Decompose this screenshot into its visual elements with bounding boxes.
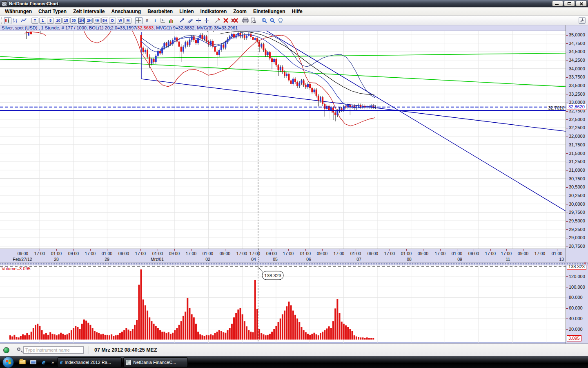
candle-body — [176, 38, 178, 42]
pane-splitter[interactable] — [0, 262, 588, 265]
interval-button-1[interactable]: 1 — [39, 18, 46, 24]
volume-bar — [218, 330, 220, 339]
candle-body — [358, 105, 359, 106]
instrument-search-input[interactable] — [23, 346, 84, 354]
time-tick — [242, 249, 242, 251]
volume-bar — [161, 332, 163, 339]
bar-count-button[interactable]: 1.. — [160, 17, 167, 24]
volume-bar — [115, 335, 117, 339]
volume-bar — [13, 335, 15, 340]
interval-button-2h[interactable]: 2H — [86, 18, 93, 24]
delete-line-button[interactable] — [223, 17, 230, 24]
volume-bar — [343, 324, 345, 340]
zoom-in-button[interactable] — [261, 17, 268, 24]
legend-segment-1: 32,5683 — [137, 25, 154, 30]
candlestick-chart-button[interactable] — [4, 17, 11, 24]
interval-button-5[interactable]: 5 — [47, 18, 54, 24]
candle-body — [294, 79, 296, 82]
pin-panel-button[interactable] — [579, 17, 586, 24]
time-label: 01:00 — [552, 251, 562, 256]
interval-button-15[interactable]: 15 — [62, 18, 69, 24]
volume-bar — [220, 331, 222, 340]
vertical-line-tool-button[interactable] — [203, 17, 211, 24]
candle-body — [163, 43, 165, 48]
candle-body — [201, 35, 203, 39]
trendline-channel-button[interactable] — [187, 17, 194, 24]
candle-body — [282, 67, 283, 72]
bar-chart-button[interactable] — [12, 17, 20, 24]
time-label: 17:00 — [535, 251, 545, 256]
volume-bar — [216, 332, 218, 339]
time-tick — [406, 249, 407, 251]
minimize-button[interactable] — [552, 1, 563, 6]
volume-bar — [111, 334, 112, 340]
menu-item-anschauung[interactable]: Anschauung — [108, 8, 145, 15]
volume-indicator-button[interactable] — [168, 17, 175, 24]
splitter-close-icon[interactable]: ✕ — [584, 262, 586, 265]
price-tick: 31,0000 — [566, 168, 585, 173]
print-button[interactable] — [242, 17, 249, 24]
volume-bar — [159, 330, 161, 339]
edit-line-button[interactable] — [214, 17, 222, 24]
volume-current-box: 3.095 — [567, 335, 581, 341]
candle-body — [352, 106, 353, 107]
info-button[interactable]: i — [151, 17, 159, 24]
horizontal-line-tool-button[interactable] — [195, 17, 203, 24]
maximize-button[interactable] — [564, 1, 575, 6]
quicklaunch-overflow-chevron[interactable]: » — [51, 360, 54, 365]
menu-item-zoom[interactable]: Zoom — [230, 8, 250, 15]
interval-button-4h[interactable]: 4H — [94, 18, 100, 24]
time-label: 09:00 — [220, 251, 230, 256]
menu-item-w-hrungen[interactable]: Währungen — [2, 8, 35, 15]
menu-item-einstellungen[interactable]: Einstellungen — [250, 8, 289, 15]
zoom-reset-button[interactable] — [277, 17, 285, 24]
volume-pane[interactable]: 138.323 — [0, 265, 566, 343]
volume-bar — [303, 330, 305, 339]
status-bar: 07 Mrz 2012 08:40:25 MEZ — [0, 343, 588, 356]
zoom-out-button[interactable] — [269, 17, 276, 24]
quicklaunch-folder-icon[interactable] — [18, 358, 27, 366]
interval-button-d[interactable]: D — [109, 18, 116, 24]
interval-button-10[interactable]: 10 — [55, 18, 62, 24]
taskbar-item-browser[interactable]: e Indexhandel 2012 Ra... — [57, 357, 122, 367]
start-button[interactable] — [2, 357, 14, 368]
quicklaunch-desktop-icon[interactable] — [29, 358, 37, 366]
interval-button-w[interactable]: W — [117, 18, 124, 24]
print-preview-button[interactable] — [250, 17, 257, 24]
main-chart-pane[interactable]: 32,7610 — [0, 31, 566, 249]
taskbar-item-netdania[interactable]: NetDania FinanceC... — [123, 357, 188, 367]
line-chart-button[interactable] — [20, 17, 28, 24]
price-tick: 33,2500 — [566, 92, 585, 96]
menu-item-hilfe[interactable]: Hilfe — [289, 8, 306, 15]
trendline-tool-button[interactable] — [179, 17, 186, 24]
svg-text:1..: 1.. — [162, 19, 165, 21]
candle-body — [265, 50, 267, 55]
volume-bar — [77, 327, 78, 340]
candle-body — [305, 85, 307, 87]
menu-item-chart-typen[interactable]: Chart Typen — [35, 8, 70, 15]
menu-item-bearbeiten[interactable]: Bearbeiten — [144, 8, 176, 15]
quicklaunch-browser-icon[interactable]: e — [40, 358, 48, 366]
menu-item-linien[interactable]: Linien — [176, 8, 197, 15]
grid-toggle-button[interactable]: # — [143, 17, 151, 24]
menu-item-indikatoren[interactable]: Indikatoren — [197, 8, 230, 15]
price-tick: 34,2500 — [566, 58, 585, 63]
candle-body — [341, 108, 343, 110]
interval-button-1h[interactable]: 1H — [78, 18, 85, 24]
crosshair-tool-button[interactable] — [135, 17, 143, 24]
volume-bar — [199, 334, 201, 340]
time-axis[interactable]: 09:0017:0001:0009:0017:0001:0009:0017:00… — [0, 249, 566, 262]
interval-button-t[interactable]: T — [31, 18, 38, 24]
volume-bar — [298, 322, 300, 340]
volume-bar — [166, 333, 167, 339]
interval-button-8h[interactable]: 8H — [101, 18, 108, 24]
legend-segment-2: , MVG(1) 9=32,8832, MVG(3) 38=33,2961 — [154, 25, 238, 30]
volume-bar — [195, 324, 197, 340]
interval-button-30[interactable]: 30 — [70, 18, 77, 24]
close-button[interactable] — [576, 1, 587, 6]
interval-button-m[interactable]: M — [125, 18, 131, 24]
delete-all-lines-button[interactable] — [231, 17, 238, 24]
blue-steep-line — [266, 31, 566, 211]
menu-item-zeit-intervalle[interactable]: Zeit Intervalle — [70, 8, 108, 15]
price-axis[interactable]: 35,000034,750034,500034,250034,000033,75… — [566, 25, 588, 346]
